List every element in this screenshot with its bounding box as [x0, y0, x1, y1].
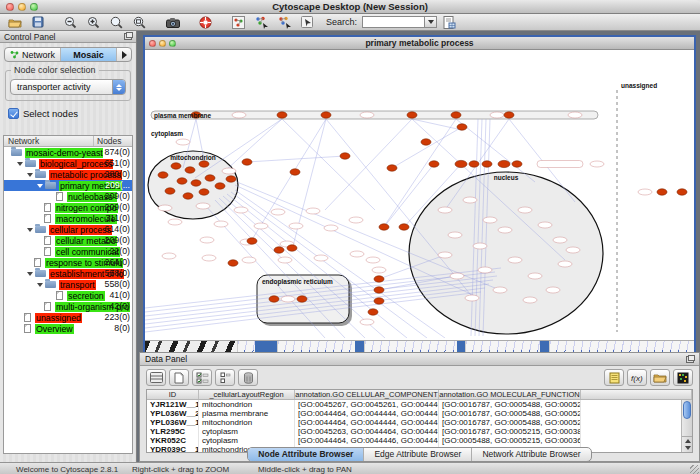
copy-network-view-icon[interactable]: [274, 15, 295, 30]
tab-network-attribute-browser[interactable]: Network Attribute Browser: [472, 448, 590, 461]
file-icon: [44, 203, 51, 212]
select-attributes-button[interactable]: [192, 369, 212, 386]
file-icon: [24, 324, 31, 333]
network-canvas[interactable]: plasma membrane cytoplasm mitochondrion …: [145, 50, 694, 338]
tree-row[interactable]: nucleobase-209(0): [4, 191, 132, 202]
table-row[interactable]: YPL036W__1mitochondrion[GO:0044464, GO:0…: [147, 418, 692, 427]
tree-row[interactable]: metabolic process280(0): [4, 169, 132, 180]
expander-icon[interactable]: [27, 272, 33, 276]
tree-row-selected[interactable]: primary metabo209(...: [4, 180, 132, 191]
tree-row[interactable]: mosaic-demo-yeast874(0): [4, 147, 132, 158]
app-title: Cytoscape Desktop (New Session): [0, 1, 700, 12]
snapshot-camera-icon[interactable]: [162, 15, 183, 30]
table-row[interactable]: YLR295Ccytoplasm[GO:0045263, GO:0044464,…: [147, 427, 692, 436]
col-cellular-component[interactable]: annotation.GO CELLULAR_COMPONENT: [295, 390, 439, 399]
tree-row[interactable]: nitrogen compo209(0): [4, 202, 132, 213]
delete-attribute-trash-button[interactable]: [238, 369, 258, 386]
expander-icon[interactable]: [27, 173, 33, 177]
main-toolbar: Search:: [0, 14, 700, 31]
select-nodes-checkbox[interactable]: [8, 108, 19, 119]
data-panel: Data Panel: [139, 352, 700, 462]
search-combobox[interactable]: [362, 16, 437, 28]
table-row[interactable]: YKR052Ccytoplasm[GO:0044464, GO:0044446,…: [147, 436, 692, 445]
select-first-neighbors-icon[interactable]: [251, 15, 272, 30]
network-window-title: primary metabolic process: [145, 38, 694, 48]
table-scrollbar[interactable]: [681, 400, 692, 452]
control-panel: Control Panel Network Mosaic Node color …: [0, 31, 137, 462]
search-label: Search:: [326, 17, 357, 27]
file-icon: [56, 291, 63, 300]
help-lifering-icon[interactable]: [195, 15, 216, 30]
search-input[interactable]: [362, 16, 424, 28]
col-id[interactable]: ID: [147, 390, 199, 399]
save-icon[interactable]: [27, 15, 48, 30]
status-pan-hint: Middle-click + drag to PAN: [258, 465, 352, 474]
tree-row[interactable]: unassigned223(0): [4, 312, 132, 323]
tab-node-attribute-browser[interactable]: Node Attribute Browser: [248, 448, 364, 461]
tree-row[interactable]: establishment of lo558(0): [4, 268, 132, 279]
zoom-selected-icon[interactable]: [106, 15, 127, 30]
node-color-select[interactable]: transporter activity: [10, 79, 126, 95]
expander-icon[interactable]: [37, 283, 43, 287]
mitochondrion-label: mitochondrion: [170, 154, 216, 161]
scroll-up-icon[interactable]: [685, 439, 691, 443]
col-molecular-function[interactable]: annotation.GO MOLECULAR_FUNCTION: [439, 390, 581, 399]
attribute-table: ID _cellularLayoutRegion annotation.GO C…: [146, 389, 693, 453]
import-folder-button[interactable]: [650, 369, 670, 386]
folder-icon: [45, 281, 56, 288]
col-layout-region[interactable]: _cellularLayoutRegion: [199, 390, 295, 399]
tree-row[interactable]: cellular metabo209(0): [4, 235, 132, 246]
attribute-grid-button[interactable]: [146, 369, 166, 386]
status-bar: Welcome to Cytoscape 2.8.1 Right-click +…: [0, 462, 700, 474]
tree-row[interactable]: secretion41(0): [4, 290, 132, 301]
region-shapes: [148, 90, 617, 334]
tree-row[interactable]: macromolecule311(0): [4, 213, 132, 224]
expander-icon[interactable]: [37, 184, 43, 188]
unassigned-label: unassigned: [621, 82, 657, 90]
folder-icon: [35, 226, 46, 233]
group-label: Node color selection: [11, 65, 99, 75]
matrix-heatmap-button[interactable]: [673, 369, 693, 386]
file-icon: [44, 214, 51, 223]
resize-grip[interactable]: [690, 465, 699, 474]
tree-row[interactable]: multi-organism pro42(0): [4, 301, 132, 312]
edit-annotations-icon[interactable]: [297, 15, 318, 30]
data-panel-title: Data Panel: [145, 354, 187, 364]
tree-col-nodes[interactable]: Nodes: [94, 136, 132, 146]
table-row[interactable]: YJR121W__1mitochondrion[GO:0045267, GO:0…: [147, 400, 692, 409]
tree-row[interactable]: transport558(0): [4, 279, 132, 290]
network-manager-icon[interactable]: [228, 15, 249, 30]
status-welcome: Welcome to Cytoscape 2.8.1: [16, 465, 118, 474]
zoom-in-icon[interactable]: [83, 15, 104, 30]
network-view-window[interactable]: primary metabolic process: [143, 35, 696, 352]
unselect-attributes-button[interactable]: [215, 369, 235, 386]
tree-col-network[interactable]: Network: [4, 136, 94, 146]
function-builder-button[interactable]: f(x): [627, 369, 647, 386]
tree-row[interactable]: cell communicat22(0): [4, 246, 132, 257]
zoom-fit-icon[interactable]: [129, 15, 150, 30]
annotation-note-button[interactable]: [604, 369, 624, 386]
tab-network[interactable]: Network: [5, 48, 61, 61]
select-nodes-label: Select nodes: [23, 108, 78, 119]
tab-mosaic[interactable]: Mosaic: [61, 48, 117, 61]
import-attributes-icon[interactable]: [439, 15, 460, 30]
float-panel-icon[interactable]: [686, 356, 694, 363]
network-window-titlebar: primary metabolic process: [145, 37, 694, 50]
scrollbar-thumb[interactable]: [683, 401, 691, 419]
tree-row[interactable]: biological_process651(0): [4, 158, 132, 169]
expander-icon[interactable]: [27, 228, 33, 232]
nucleus-label: nucleus: [494, 174, 519, 181]
float-panel-icon[interactable]: [124, 33, 132, 40]
node-color-selection-group: Node color selection transporter activit…: [5, 70, 131, 101]
tree-row[interactable]: response to stimulu264(0): [4, 257, 132, 268]
new-attribute-button[interactable]: [169, 369, 189, 386]
tree-row[interactable]: Overview8(0): [4, 323, 132, 334]
expander-icon[interactable]: [17, 162, 23, 166]
tree-row[interactable]: cellular process614(0): [4, 224, 132, 235]
zoom-out-icon[interactable]: [60, 15, 81, 30]
tab-edge-attribute-browser[interactable]: Edge Attribute Browser: [364, 448, 472, 461]
open-file-icon[interactable]: [4, 15, 25, 30]
table-row[interactable]: YPL036W__2plasma membrane[GO:0044464, GO…: [147, 409, 692, 418]
search-dropdown-button[interactable]: [424, 16, 437, 28]
tab-overflow-arrow[interactable]: [117, 48, 131, 61]
